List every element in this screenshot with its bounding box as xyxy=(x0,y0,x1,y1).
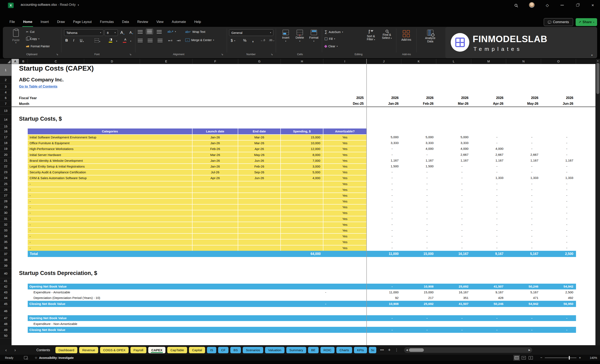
row-header-24[interactable]: 24 xyxy=(0,175,11,181)
value-cell[interactable]: 351 xyxy=(436,295,471,301)
month-cell[interactable]: Dec-25 xyxy=(323,102,366,106)
value-cell[interactable]: - xyxy=(366,146,401,152)
row-header-47[interactable]: 47 xyxy=(0,315,11,321)
cell[interactable] xyxy=(192,181,238,187)
row-header-36[interactable]: 36 xyxy=(0,245,11,251)
cell[interactable]: Brand Identity & Website Development xyxy=(28,158,192,164)
cell[interactable]: - xyxy=(28,239,192,245)
borders-button[interactable]: ▾ xyxy=(95,38,100,43)
value-cell[interactable]: - xyxy=(541,315,576,321)
cell[interactable]: Yes xyxy=(323,228,366,233)
cell[interactable]: Mar-26 xyxy=(238,135,281,140)
menu-tab-file[interactable]: File xyxy=(6,18,18,27)
horizontal-scrollbar[interactable]: ◀ ▶ xyxy=(404,347,532,353)
value-cell[interactable]: - xyxy=(436,169,471,175)
value-cell[interactable]: 9,167 xyxy=(471,289,506,295)
table-row[interactable]: -Yes xyxy=(28,233,366,239)
clipboard-dialog-launcher-icon[interactable]: ⇘ xyxy=(56,53,58,56)
cell[interactable]: 12,000 xyxy=(281,146,323,152)
zoom-slider-thumb[interactable] xyxy=(569,356,570,360)
value-cell[interactable]: 1,167 xyxy=(541,158,576,164)
value-cell[interactable]: - xyxy=(506,169,541,175)
value-cell[interactable]: - xyxy=(366,239,401,245)
dep-row-opening-net-book-value[interactable]: Opening Net Book Value-10,90825,69241,50… xyxy=(28,284,576,289)
zoom-out-button[interactable]: − xyxy=(540,356,542,360)
cell[interactable]: Initial Server Hardware xyxy=(28,152,192,158)
sheet-tab-summary[interactable]: Summary xyxy=(286,347,306,353)
column-header-E[interactable]: E xyxy=(140,59,192,64)
cell[interactable]: Mar-26 xyxy=(238,140,281,146)
cell[interactable]: Jan-26 xyxy=(192,164,238,169)
column-header-J[interactable]: J xyxy=(366,59,401,64)
wrap-text-button[interactable]: ab↵Wrap Text xyxy=(185,30,205,34)
row-header-32[interactable]: 32 xyxy=(0,222,11,228)
row-header-34[interactable]: 34 xyxy=(0,233,11,239)
merge-center-button[interactable]: ↔Merge & Center▾ xyxy=(185,38,214,42)
row-header-42[interactable]: 42 xyxy=(0,284,11,289)
find-select-button[interactable]: Find &Select ▾ xyxy=(380,30,394,40)
value-cell[interactable]: - xyxy=(506,192,541,198)
cell[interactable] xyxy=(238,228,281,233)
value-cell[interactable]: - xyxy=(401,181,436,187)
value-cell[interactable]: 1,167 xyxy=(366,158,401,164)
prev-sheet-arrow[interactable]: ‹ xyxy=(3,348,9,352)
dep-row-expenditure-amortizable[interactable]: Expenditure - Amortizable-11,00015,00016… xyxy=(28,289,576,295)
value-cell[interactable]: 1,167 xyxy=(506,158,541,164)
row-header-15[interactable]: 15 xyxy=(0,124,11,128)
paste-button[interactable]: Paste ▾ xyxy=(9,29,23,52)
cell[interactable]: Jan-26 xyxy=(192,140,238,146)
value-cell[interactable]: - xyxy=(506,210,541,216)
dep-row-closing-net-book-value[interactable]: Closing Net Book Value------ xyxy=(28,327,576,333)
sheet-tab-charts[interactable]: Charts xyxy=(336,347,352,353)
total-value-cell[interactable]: 9,167 xyxy=(471,251,506,257)
cell[interactable] xyxy=(281,210,323,216)
cell[interactable]: Jan-26 xyxy=(192,135,238,140)
value-cell[interactable]: - xyxy=(401,222,436,228)
row-header-20[interactable]: 20 xyxy=(0,152,11,158)
align-center-button[interactable] xyxy=(148,39,153,42)
premium-gem-icon[interactable]: ◇ xyxy=(544,2,551,8)
vertical-scroll-thumb[interactable] xyxy=(596,63,599,94)
cell[interactable]: - xyxy=(28,246,192,251)
fiscal-year-cell[interactable]: 2026 xyxy=(471,96,506,100)
format-painter-button[interactable]: Format Painter xyxy=(26,45,50,48)
sheet-tab-cogs-opex[interactable]: COGS & OPEX xyxy=(100,347,129,353)
sheet-tab-capex[interactable]: CAPEX xyxy=(148,347,165,353)
avatar[interactable] xyxy=(529,2,535,8)
month-cell[interactable]: Feb-26 xyxy=(401,102,436,106)
row-header-26[interactable]: 26 xyxy=(0,187,11,192)
cell[interactable] xyxy=(238,222,281,228)
value-cell[interactable]: - xyxy=(506,181,541,187)
cell[interactable] xyxy=(238,187,281,192)
value-cell[interactable]: 1,500 xyxy=(366,164,401,169)
row-header-3[interactable]: 3 xyxy=(0,84,11,90)
table-row[interactable]: -Yes xyxy=(28,198,366,204)
column-header-O[interactable]: O xyxy=(541,59,576,64)
row-header-50[interactable]: 50 xyxy=(0,333,11,339)
cell[interactable] xyxy=(281,216,323,222)
row-header-41[interactable]: 41 xyxy=(0,278,11,284)
cell[interactable] xyxy=(192,210,238,216)
page-layout-view-button[interactable] xyxy=(522,356,526,359)
sheet-tab-contents[interactable]: Contents xyxy=(36,348,50,352)
fill-button[interactable]: ↓Fill▾ xyxy=(325,37,335,40)
table-row[interactable]: High-Performance WorkstationsFeb-26Apr-2… xyxy=(28,146,366,152)
dec-value-cell[interactable]: - xyxy=(292,289,335,295)
value-cell[interactable]: - xyxy=(541,239,576,245)
fiscal-year-cell[interactable]: 2026 xyxy=(541,96,576,100)
cell[interactable] xyxy=(238,205,281,210)
cell[interactable] xyxy=(238,181,281,187)
table-row[interactable]: -Yes xyxy=(28,222,366,228)
table-row[interactable]: CRM & Sales Automation Software SetupApr… xyxy=(28,175,366,181)
cell[interactable]: Jan-26 xyxy=(192,158,238,164)
cell[interactable]: Yes xyxy=(323,140,366,146)
table-row[interactable]: Initial Server HardwareMar-26May-268,000… xyxy=(28,152,366,158)
value-cell[interactable]: - xyxy=(366,228,401,233)
cell[interactable]: 15,000 xyxy=(281,135,323,140)
value-cell[interactable]: - xyxy=(506,187,541,192)
value-cell[interactable]: - xyxy=(506,146,541,152)
fiscal-year-cell[interactable]: 2026 xyxy=(436,96,471,100)
row-header-21[interactable]: 21 xyxy=(0,158,11,164)
cell[interactable]: Apr-26 xyxy=(238,146,281,152)
cell[interactable]: Mar-26 xyxy=(192,152,238,158)
